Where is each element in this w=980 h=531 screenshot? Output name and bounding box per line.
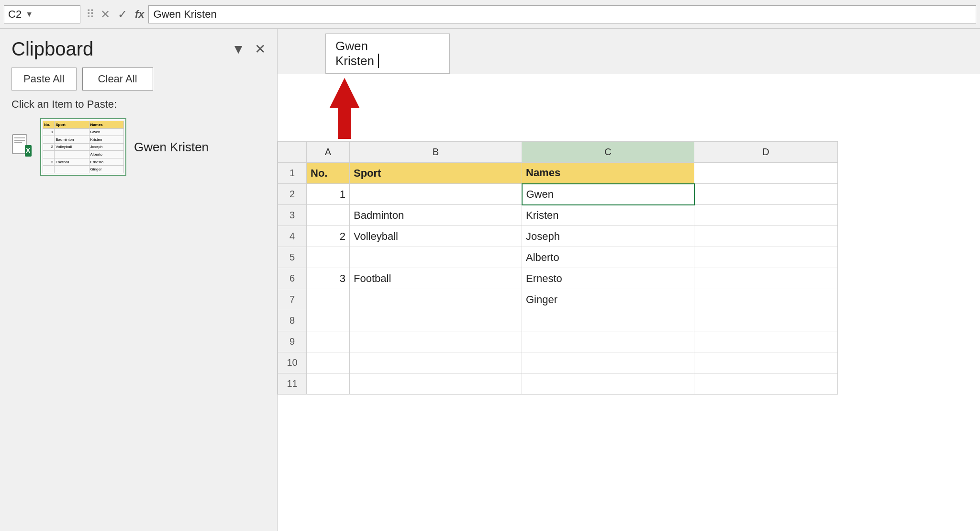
cell-c1[interactable]: Names <box>522 163 694 184</box>
cell-a10[interactable] <box>307 352 350 373</box>
row-num-2: 2 <box>278 184 307 205</box>
cell-c2[interactable]: Gwen <box>522 184 694 205</box>
row-num-8: 8 <box>278 310 307 331</box>
cell-d8[interactable] <box>694 310 838 331</box>
svg-text:X: X <box>26 147 31 154</box>
table-row: 8 <box>278 310 838 331</box>
clipboard-collapse-icon[interactable]: ▼ <box>232 42 245 57</box>
name-box-dropdown-icon[interactable]: ▼ <box>25 10 33 19</box>
cell-b7[interactable] <box>350 289 522 310</box>
formula-value: Gwen Kristen <box>154 8 217 21</box>
cell-c6[interactable]: Ernesto <box>522 268 694 289</box>
formula-icons: ✕ ✓ fx <box>100 8 145 21</box>
cell-d3[interactable] <box>694 205 838 226</box>
cell-c10[interactable] <box>522 352 694 373</box>
corner-cell <box>278 142 307 163</box>
cell-b4[interactable]: Volleyball <box>350 226 522 247</box>
function-icon[interactable]: fx <box>135 8 145 21</box>
clipboard-buttons: Paste All Clear All <box>11 68 266 90</box>
cell-d7[interactable] <box>694 289 838 310</box>
cancel-icon[interactable]: ✕ <box>100 8 110 21</box>
table-row: 4 2 Volleyball Joseph <box>278 226 838 247</box>
table-row: 7 Ginger <box>278 289 838 310</box>
svg-rect-1 <box>14 137 25 138</box>
row-num-3: 3 <box>278 205 307 226</box>
cell-b1[interactable]: Sport <box>350 163 522 184</box>
cell-a3[interactable] <box>307 205 350 226</box>
col-header-a[interactable]: A <box>307 142 350 163</box>
cell-c5[interactable]: Alberto <box>522 247 694 268</box>
cell-a4[interactable]: 2 <box>307 226 350 247</box>
paste-all-button[interactable]: Paste All <box>11 68 77 90</box>
cell-d1[interactable] <box>694 163 838 184</box>
row-num-4: 4 <box>278 226 307 247</box>
main-content: Clipboard ▼ ✕ Paste All Clear All Click … <box>0 29 980 531</box>
svg-rect-2 <box>14 140 25 141</box>
row-num-10: 10 <box>278 352 307 373</box>
col-header-b[interactable]: B <box>350 142 522 163</box>
row-num-1: 1 <box>278 163 307 184</box>
up-arrow-annotation <box>316 74 373 141</box>
column-header-row: A B C D <box>278 142 838 163</box>
cell-b6[interactable]: Football <box>350 268 522 289</box>
cell-d10[interactable] <box>694 352 838 373</box>
cell-b3[interactable]: Badminton <box>350 205 522 226</box>
row-num-5: 5 <box>278 247 307 268</box>
cell-c4[interactable]: Joseph <box>522 226 694 247</box>
cell-a8[interactable] <box>307 310 350 331</box>
cell-b5[interactable] <box>350 247 522 268</box>
formula-line1: Gwen <box>335 39 440 54</box>
clipboard-thumbnail[interactable]: No. Sport Names 1Gwen BadmintonKristen 2… <box>40 118 126 176</box>
table-row: 3 Badminton Kristen <box>278 205 838 226</box>
svg-rect-7 <box>338 105 351 139</box>
spreadsheet-grid: A B C D 1 No. Sport Names <box>278 141 838 395</box>
table-row: 11 <box>278 373 838 395</box>
clipboard-close-icon[interactable]: ✕ <box>255 41 266 57</box>
svg-rect-3 <box>14 142 22 143</box>
cell-c3[interactable]: Kristen <box>522 205 694 226</box>
cell-a9[interactable] <box>307 331 350 352</box>
confirm-icon[interactable]: ✓ <box>118 8 127 21</box>
grid-wrapper: A B C D 1 No. Sport Names <box>278 141 980 531</box>
clipboard-item-label: Gwen Kristen <box>134 140 209 155</box>
cell-b9[interactable] <box>350 331 522 352</box>
cell-b8[interactable] <box>350 310 522 331</box>
cell-d6[interactable] <box>694 268 838 289</box>
row-num-9: 9 <box>278 331 307 352</box>
table-row: 10 <box>278 352 838 373</box>
cell-a6[interactable]: 3 <box>307 268 350 289</box>
cell-d9[interactable] <box>694 331 838 352</box>
cell-d11[interactable] <box>694 373 838 395</box>
table-row: 6 3 Football Ernesto <box>278 268 838 289</box>
clear-all-button[interactable]: Clear All <box>82 68 153 90</box>
cell-c7[interactable]: Ginger <box>522 289 694 310</box>
formula-bar: C2 ▼ ⠿ ✕ ✓ fx Gwen Kristen <box>0 0 980 29</box>
col-header-d[interactable]: D <box>694 142 838 163</box>
cell-a5[interactable] <box>307 247 350 268</box>
cell-a2[interactable]: 1 <box>307 184 350 205</box>
cell-d2[interactable] <box>694 184 838 205</box>
cell-c8[interactable] <box>522 310 694 331</box>
cell-a7[interactable] <box>307 289 350 310</box>
cell-b2[interactable] <box>350 184 522 205</box>
cell-b11[interactable] <box>350 373 522 395</box>
clipboard-item[interactable]: X No. Sport Names 1Gwen BadmintonKristen <box>11 118 266 176</box>
row-num-6: 6 <box>278 268 307 289</box>
clipboard-title: Clipboard <box>11 38 93 60</box>
cell-c11[interactable] <box>522 373 694 395</box>
cell-reference-box[interactable]: C2 ▼ <box>4 5 80 23</box>
cell-a1[interactable]: No. <box>307 163 350 184</box>
formula-input[interactable]: Gwen Kristen <box>148 5 976 23</box>
table-row: 5 Alberto <box>278 247 838 268</box>
col-header-c[interactable]: C <box>522 142 694 163</box>
table-row: 9 <box>278 331 838 352</box>
cell-b10[interactable] <box>350 352 522 373</box>
cell-d4[interactable] <box>694 226 838 247</box>
formula-separator: ⠿ <box>86 8 95 21</box>
clipboard-panel: Clipboard ▼ ✕ Paste All Clear All Click … <box>0 29 278 531</box>
cell-ref-value: C2 <box>8 8 22 21</box>
formula-popup: Gwen Kristen <box>325 34 450 74</box>
cell-a11[interactable] <box>307 373 350 395</box>
cell-c9[interactable] <box>522 331 694 352</box>
cell-d5[interactable] <box>694 247 838 268</box>
